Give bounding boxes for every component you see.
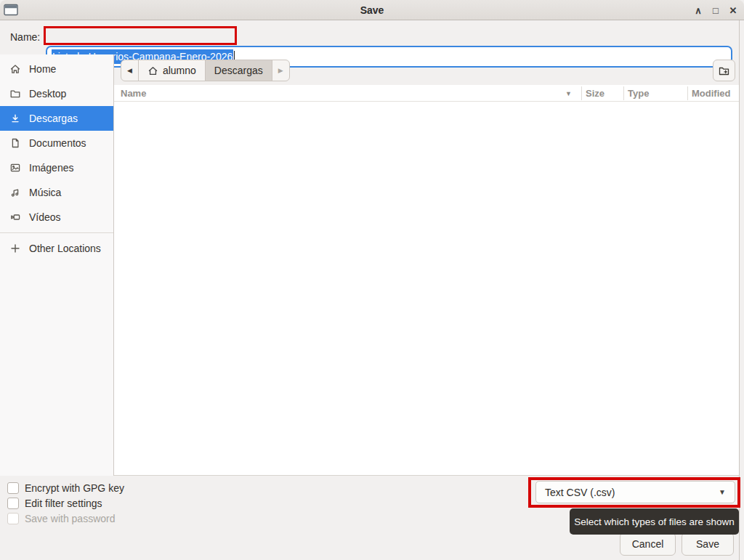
option-encrypt-gpg[interactable]: Encrypt with GPG key bbox=[7, 481, 124, 495]
option-label: Save with password bbox=[25, 513, 116, 524]
new-folder-icon bbox=[718, 65, 730, 77]
document-icon bbox=[9, 137, 21, 149]
forward-arrow-icon: ▶ bbox=[278, 67, 283, 74]
checkbox-icon[interactable] bbox=[7, 498, 19, 509]
cancel-button-label: Cancel bbox=[632, 538, 664, 550]
window-right-edge bbox=[739, 20, 740, 560]
path-segment-alumno[interactable]: alumno bbox=[139, 60, 206, 81]
file-type-tooltip: Select which types of files are shown bbox=[570, 508, 739, 535]
option-save-with-password: Save with password bbox=[7, 511, 124, 526]
sidebar-separator bbox=[0, 232, 113, 233]
sidebar-item-label: Documentos bbox=[29, 137, 86, 149]
path-segment-label: Descargas bbox=[214, 65, 263, 76]
sidebar-item-descargas[interactable]: Descargas bbox=[0, 106, 113, 131]
sidebar-item-label: Imágenes bbox=[29, 162, 73, 174]
sidebar-item-label: Home bbox=[29, 63, 56, 75]
column-header-name[interactable]: Name bbox=[121, 88, 146, 99]
shade-window-icon[interactable]: ∧ bbox=[693, 5, 703, 16]
home-icon bbox=[147, 65, 158, 76]
column-header-size[interactable]: Size bbox=[586, 88, 604, 99]
column-header-type[interactable]: Type bbox=[628, 88, 649, 99]
sidebar-item-musica[interactable]: Música bbox=[0, 180, 113, 205]
column-divider bbox=[623, 86, 624, 100]
tooltip-text: Select which types of files are shown bbox=[574, 516, 735, 527]
file-list-header: Name ▼ Size Type Modified bbox=[114, 85, 739, 102]
sidebar-item-documentos[interactable]: Documentos bbox=[0, 131, 113, 155]
file-type-value: Text CSV (.csv) bbox=[545, 487, 615, 498]
filename-label: Name: bbox=[10, 31, 40, 43]
sidebar-item-home[interactable]: Home bbox=[0, 57, 113, 81]
name-row: Name: Listado-Usuarios-Campana-Enero-202… bbox=[0, 21, 744, 54]
titlebar: Save ∧ □ ✕ bbox=[0, 0, 744, 20]
file-type-dropdown[interactable]: Text CSV (.csv) ▼ bbox=[535, 481, 735, 503]
file-list-pane: Name ▼ Size Type Modified bbox=[114, 85, 739, 476]
download-icon bbox=[9, 113, 21, 124]
close-window-icon[interactable]: ✕ bbox=[728, 5, 738, 16]
path-bar: ◀ alumno Descargas ▶ bbox=[121, 60, 290, 81]
maximize-window-icon[interactable]: □ bbox=[711, 5, 721, 16]
path-segment-descargas[interactable]: Descargas bbox=[206, 60, 272, 81]
path-forward-button[interactable]: ▶ bbox=[272, 60, 289, 81]
checkbox-icon[interactable] bbox=[7, 482, 19, 494]
sidebar-item-imagenes[interactable]: Imágenes bbox=[0, 155, 113, 180]
window-title: Save bbox=[360, 4, 384, 16]
column-divider bbox=[687, 86, 688, 100]
option-label: Edit filter settings bbox=[25, 498, 102, 509]
back-arrow-icon: ◀ bbox=[127, 67, 132, 74]
chevron-down-icon: ▼ bbox=[719, 488, 726, 496]
sidebar-item-desktop[interactable]: Desktop bbox=[0, 81, 113, 106]
sidebar-item-label: Desktop bbox=[29, 88, 66, 100]
option-label: Encrypt with GPG key bbox=[25, 482, 124, 494]
sidebar-item-videos[interactable]: Vídeos bbox=[0, 205, 113, 230]
sidebar-item-label: Vídeos bbox=[29, 211, 61, 223]
sidebar-item-label: Other Locations bbox=[29, 243, 101, 254]
save-button[interactable]: Save bbox=[682, 532, 734, 556]
save-button-label: Save bbox=[696, 538, 719, 550]
image-icon bbox=[9, 162, 21, 174]
folder-icon bbox=[9, 88, 21, 100]
option-edit-filter-settings[interactable]: Edit filter settings bbox=[7, 496, 124, 511]
checkbox-icon bbox=[7, 513, 19, 524]
plus-icon bbox=[9, 243, 21, 254]
sidebar: Home Desktop Descargas Documentos Imágen… bbox=[0, 54, 114, 476]
sidebar-item-other-locations[interactable]: Other Locations bbox=[0, 236, 113, 261]
column-divider bbox=[581, 86, 582, 100]
window-icon bbox=[4, 4, 18, 16]
column-header-modified[interactable]: Modified bbox=[692, 88, 730, 99]
save-options: Encrypt with GPG key Edit filter setting… bbox=[7, 481, 124, 527]
path-back-button[interactable]: ◀ bbox=[121, 60, 139, 81]
sidebar-item-label: Descargas bbox=[29, 113, 78, 124]
sort-descending-icon: ▼ bbox=[565, 90, 572, 97]
cancel-button[interactable]: Cancel bbox=[620, 532, 676, 556]
file-list-body bbox=[114, 102, 739, 475]
create-folder-button[interactable] bbox=[713, 60, 735, 81]
path-segment-label: alumno bbox=[163, 65, 196, 76]
video-icon bbox=[9, 211, 21, 223]
home-icon bbox=[9, 63, 21, 75]
sidebar-item-label: Música bbox=[29, 187, 61, 198]
music-icon bbox=[9, 187, 21, 198]
